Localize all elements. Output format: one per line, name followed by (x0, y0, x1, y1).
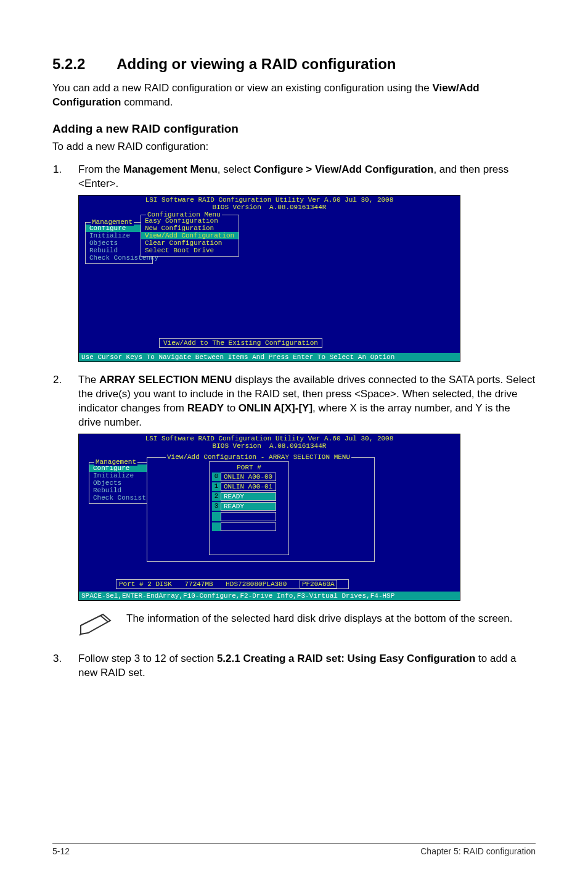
step1-b1: Management Menu (123, 163, 218, 175)
configuration-menu-title: Configuration Menu (146, 211, 222, 218)
management-panel-title: Management (91, 218, 134, 226)
port-blank1-val (221, 512, 276, 521)
bios1-title2b: A.08.09161344R (269, 204, 326, 211)
management-panel-2: Management Configure Initialize Objects … (89, 462, 150, 504)
mgmt2-initialize[interactable]: Initialize (89, 472, 150, 479)
subheading: Adding a new RAID configuration (52, 122, 536, 136)
note-text: The information of the selected hard dis… (126, 612, 513, 626)
step1-pre: From the (78, 163, 123, 175)
intro-paragraph: You can add a new RAID configuration or … (52, 81, 536, 110)
port-header: PORT # (212, 464, 286, 471)
page-number: 5-12 (52, 846, 70, 856)
disk-info-fw: PF20A60A (300, 580, 337, 588)
step2-b1: ARRAY SELECTION MENU (99, 374, 232, 386)
step2-mid2: to (224, 402, 239, 414)
port-row-3[interactable]: 3 READY (212, 502, 286, 511)
pencil-note-icon (78, 612, 114, 641)
port-row-blank2 (212, 522, 286, 531)
cfg-item-new[interactable]: New Configuration (141, 225, 239, 232)
chapter-label: Chapter 5: RAID configuration (420, 846, 536, 856)
note-row: The information of the selected hard dis… (78, 612, 536, 641)
bios-screenshot-2: LSI Software RAID Configuration Utility … (78, 434, 460, 601)
cfg-item-viewadd[interactable]: View/Add Configuration (141, 232, 239, 239)
bios1-title-line1: LSI Software RAID Configuration Utility … (79, 196, 460, 204)
steps-list: From the Management Menu, select Configu… (52, 163, 536, 680)
bios1-title-line2: BIOS Version A.08.09161344R (79, 204, 460, 211)
step3-pre: Follow step 3 to 12 of section (78, 653, 217, 664)
port-3-idx: 3 (212, 502, 221, 511)
bios1-status-box: View/Add to The Existing Configuration (159, 338, 322, 348)
bios1-title2a: BIOS Version (213, 204, 261, 211)
document-page: 5.2.2 Adding or viewing a RAID configura… (0, 0, 588, 887)
port-panel: PORT # 0 ONLIN A00-00 1 ONLIN A00-01 2 (209, 461, 289, 555)
bios2-titlebar: LSI Software RAID Configuration Utility … (79, 434, 460, 450)
bios2-title2a: BIOS Version (213, 442, 261, 450)
step-3: Follow step 3 to 12 of section 5.2.1 Cre… (65, 652, 536, 680)
lead-line: To add a new RAID configuration: (52, 141, 536, 153)
section-title-text: Adding or viewing a RAID configuration (116, 56, 396, 72)
bios2-footer: SPACE-Sel,ENTER-EndArray,F10-Configure,F… (79, 592, 460, 600)
bios2-title2b: A.08.09161344R (269, 442, 326, 450)
array-selection-title: View/Add Configuration - ARRAY SELECTION… (166, 453, 351, 461)
port-2-val: READY (221, 492, 276, 501)
page-footer: 5-12 Chapter 5: RAID configuration (52, 843, 536, 856)
port-row-0[interactable]: 0 ONLIN A00-00 (212, 472, 286, 481)
port-3-val: READY (221, 502, 276, 511)
intro-tail: command. (121, 96, 173, 108)
step2-b3: ONLIN A[X]-[Y] (239, 402, 312, 414)
bios2-body: Management Configure Initialize Objects … (79, 450, 460, 592)
cfg-item-clear[interactable]: Clear Configuration (141, 239, 239, 247)
bios1-body: Management Configure Initialize Objects … (79, 211, 460, 353)
step2-b2: READY (187, 402, 224, 414)
step2-pre: The (78, 374, 99, 386)
configuration-menu-panel: Configuration Menu Easy Configuration Ne… (141, 215, 239, 257)
port-0-idx: 0 (212, 472, 221, 481)
step1-b2: Configure > View/Add Configuration (253, 163, 433, 175)
port-row-2[interactable]: 2 READY (212, 492, 286, 501)
port-0-val: ONLIN A00-00 (221, 472, 276, 481)
section-number: 5.2.2 (52, 56, 85, 73)
port-blank2-idx (212, 522, 221, 531)
array-selection-panel: View/Add Configuration - ARRAY SELECTION… (147, 457, 375, 562)
bios1-titlebar: LSI Software RAID Configuration Utility … (79, 196, 460, 211)
port-1-val: ONLIN A00-01 (221, 482, 276, 491)
port-blank1-idx (212, 512, 221, 521)
cfg-item-boot[interactable]: Select Boot Drive (141, 247, 239, 254)
bios2-title-line1: LSI Software RAID Configuration Utility … (79, 435, 460, 442)
port-row-1[interactable]: 1 ONLIN A00-01 (212, 482, 286, 491)
svg-line-0 (100, 616, 108, 622)
bios-screenshot-1: LSI Software RAID Configuration Utility … (78, 195, 460, 362)
disk-info-size: 77247MB (184, 580, 213, 588)
section-heading: 5.2.2 Adding or viewing a RAID configura… (52, 56, 536, 73)
port-2-idx: 2 (212, 492, 221, 501)
bios1-footer: Use Cursor Keys To Navigate Between Item… (79, 353, 460, 361)
management-panel-2-title: Management (94, 458, 137, 466)
step-1: From the Management Menu, select Configu… (65, 163, 536, 362)
mgmt2-check[interactable]: Check Consist (89, 494, 150, 501)
step1-mid: , select (218, 163, 254, 175)
bios2-title-line2: BIOS Version A.08.09161344R (79, 442, 460, 450)
intro-text: You can add a new RAID configuration or … (52, 82, 432, 94)
port-1-idx: 1 (212, 482, 221, 491)
disk-info-model: HDS728080PLA380 (226, 580, 287, 588)
step-2: The ARRAY SELECTION MENU displays the av… (65, 373, 536, 641)
mgmt2-rebuild[interactable]: Rebuild (89, 487, 150, 494)
port-row-blank1 (212, 512, 286, 521)
mgmt2-objects[interactable]: Objects (89, 479, 150, 487)
disk-info-bar: Port # 2 DISK 77247MB HDS728080PLA380 PF… (116, 579, 349, 589)
port-blank2-val (221, 522, 276, 531)
disk-info-label: Port # 2 DISK (119, 580, 172, 588)
step3-b1: 5.2.1 Creating a RAID set: Using Easy Co… (217, 653, 475, 664)
